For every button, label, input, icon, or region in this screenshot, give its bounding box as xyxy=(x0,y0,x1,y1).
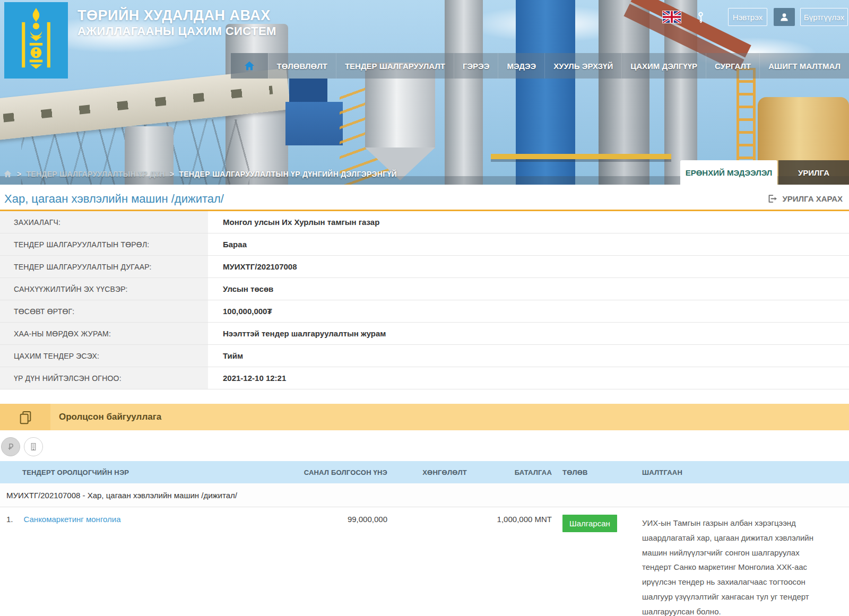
nav-item-training[interactable]: СУРГАЛТ xyxy=(706,53,759,79)
breadcrumb-item-results[interactable]: ТЕНДЕР ШАЛГАРУУЛАЛТЫН ҮР ДҮН xyxy=(26,170,164,178)
soyombo-icon xyxy=(16,8,56,73)
detail-row: САНХҮҮЖИЛТИЙН ЭХ ҮҮСВЭР: Улсын төсөв xyxy=(0,278,849,300)
view-invitation-label: УРИЛГА ХАРАХ xyxy=(782,194,843,203)
user-icon xyxy=(779,12,790,22)
col-header-reason: ШАЛТГААН xyxy=(631,461,849,483)
tab-invitation[interactable]: УРИЛГА xyxy=(778,160,849,185)
uk-flag-icon[interactable] xyxy=(662,11,681,23)
tender-group-row: МУИХТГ/202107008 - Хар, цагаан хэвлэлийн… xyxy=(0,483,849,507)
tab-general-info[interactable]: ЕРӨНХИЙ МЭДЭЭЛЭЛ xyxy=(680,160,777,185)
register-button[interactable]: Бүртгүүлэх xyxy=(800,8,848,26)
col-header-discount: ХӨНГӨЛӨЛТ xyxy=(387,461,467,483)
copy-pages-icon xyxy=(18,410,33,424)
row-number: 1. xyxy=(6,515,13,524)
bidder-cell: 1. Санкомаркетинг монголиа xyxy=(0,515,297,524)
detail-row: ЦАХИМ ТЕНДЕР ЭСЭХ: Тийм xyxy=(0,345,849,367)
breadcrumb-separator: > xyxy=(170,170,174,178)
detail-label: САНХҮҮЖИЛТИЙН ЭХ ҮҮСВЭР: xyxy=(0,278,208,300)
detail-value: Тийм xyxy=(208,345,849,367)
nav-item-tender-selection[interactable]: ТЕНДЕР ШАЛГАРУУЛАЛТ xyxy=(336,53,454,79)
detail-value: Нээлттэй тендер шалгаруулалтын журам xyxy=(208,323,849,344)
detail-row: ЗАХИАЛАГЧ: Монгол улсын Их Хурлын тамгын… xyxy=(0,211,849,233)
site-logo[interactable] xyxy=(4,2,68,79)
detail-label: ЦАХИМ ТЕНДЕР ЭСЭХ: xyxy=(0,345,208,367)
nav-item-contract[interactable]: ГЭРЭЭ xyxy=(454,53,498,79)
title-row: Хар, цагаан хэвлэлийн машин /дижитал/ УР… xyxy=(0,185,849,211)
detail-value: 2021-12-10 12:21 xyxy=(208,367,849,389)
col-header-bidder-name: ТЕНДЕРТ ОРОЛЦОГЧИЙН НЭР xyxy=(0,461,297,483)
table-row: 1. Санкомаркетинг монголиа 99,000,000 1,… xyxy=(0,507,849,616)
status-badge: Шалгарсан xyxy=(562,515,617,532)
detail-row: ТЕНДЕР ШАЛГАРУУЛАЛТЫН ДУГААР: МУИХТГ/202… xyxy=(0,256,849,278)
tender-details-table: ЗАХИАЛАГЧ: Монгол улсын Их Хурлын тамгын… xyxy=(0,211,849,389)
site-title-line2: АЖИЛЛАГААНЫ ЦАХИМ СИСТЕМ xyxy=(77,24,276,38)
main-content: Хар, цагаан хэвлэлийн машин /дижитал/ УР… xyxy=(0,185,849,616)
ruble-icon xyxy=(6,442,15,452)
login-button[interactable]: Нэвтрэх xyxy=(728,8,767,26)
hero-header: ТӨРИЙН ХУДАЛДАН АВАХ АЖИЛЛАГААНЫ ЦАХИМ С… xyxy=(0,0,849,185)
nav-item-home[interactable] xyxy=(231,53,268,79)
bidder-name-link[interactable]: Санкомаркетинг монголиа xyxy=(24,515,121,524)
site-title: ТӨРИЙН ХУДАЛДАН АВАХ АЖИЛЛАГААНЫ ЦАХИМ С… xyxy=(77,7,276,38)
key-icon[interactable] xyxy=(695,11,707,23)
col-header-status: ТӨЛӨВ xyxy=(552,461,631,483)
detail-label: ТЕНДЕР ШАЛГАРУУЛАЛТЫН ДУГААР: xyxy=(0,256,208,277)
detail-label: ҮР ДҮН НИЙТЭЛСЭН ОГНОО: xyxy=(0,367,208,389)
detail-label: ХАА-НЫ МӨРДӨХ ЖУРАМ: xyxy=(0,323,208,344)
nav-item-legal[interactable]: ХУУЛЬ ЭРХЗҮЙ xyxy=(544,53,621,79)
participants-toolbar xyxy=(1,437,849,456)
home-icon xyxy=(244,60,255,72)
detail-value: Бараа xyxy=(208,233,849,255)
detail-value: МУИХТГ/202107008 xyxy=(208,256,849,277)
building-icon xyxy=(29,442,38,452)
nav-item-minerals[interactable]: АШИГТ МАЛТМАЛ xyxy=(759,53,849,79)
guarantee-cell: 1,000,000 MNT xyxy=(467,515,552,524)
section-icon-cell xyxy=(0,404,50,430)
external-link-icon xyxy=(767,194,777,204)
organization-toggle-button[interactable] xyxy=(24,437,43,456)
price-toggle-button[interactable] xyxy=(1,437,20,456)
detail-value: Улсын төсөв xyxy=(208,278,849,300)
home-icon[interactable] xyxy=(3,169,12,178)
detail-label: ТЕНДЕР ШАЛГАРУУЛАЛТЫН ТӨРӨЛ: xyxy=(0,233,208,255)
detail-row: ТӨСӨВТ ӨРТӨГ: 100,000,000₮ xyxy=(0,300,849,323)
breadcrumb: > ТЕНДЕР ШАЛГАРУУЛАЛТЫН ҮР ДҮН > ТЕНДЕР … xyxy=(3,169,397,178)
detail-tabs: ЕРӨНХИЙ МЭДЭЭЛЭЛ УРИЛГА xyxy=(680,160,849,185)
account-button[interactable] xyxy=(774,8,795,26)
nav-item-news[interactable]: МЭДЭЭ xyxy=(498,53,544,79)
detail-row: ТЕНДЕР ШАЛГАРУУЛАЛТЫН ТӨРӨЛ: Бараа xyxy=(0,233,849,256)
page-title: Хар, цагаан хэвлэлийн машин /дижитал/ xyxy=(4,192,224,206)
nav-item-eshop[interactable]: ЦАХИМ ДЭЛГҮҮР xyxy=(621,53,706,79)
nav-item-planning[interactable]: ТӨЛӨВЛӨЛТ xyxy=(268,53,336,79)
main-nav: ТӨЛӨВЛӨЛТ ТЕНДЕР ШАЛГАРУУЛАЛТ ГЭРЭЭ МЭДЭ… xyxy=(231,53,849,79)
detail-label: ЗАХИАЛАГЧ: xyxy=(0,211,208,233)
col-header-guarantee: БАТАЛГАА xyxy=(467,461,552,483)
participants-table-header: ТЕНДЕРТ ОРОЛЦОГЧИЙН НЭР САНАЛ БОЛГОСОН Ү… xyxy=(0,461,849,483)
detail-row: ХАА-НЫ МӨРДӨХ ЖУРАМ: Нээлттэй тендер шал… xyxy=(0,323,849,345)
breadcrumb-item-result-details[interactable]: ТЕНДЕР ШАЛГАРУУЛАЛТЫН ҮР ДҮНГИЙН ДЭЛГЭРЭ… xyxy=(179,170,397,178)
detail-row: ҮР ДҮН НИЙТЭЛСЭН ОГНОО: 2021-12-10 12:21 xyxy=(0,367,849,389)
participants-section-title: Оролцсон байгууллага xyxy=(59,412,161,422)
reason-cell: УИХ-ын Тамгын газрын албан хэрэгцээнд ша… xyxy=(631,515,849,616)
status-cell: Шалгарсан xyxy=(552,515,631,532)
site-title-line1: ТӨРИЙН ХУДАЛДАН АВАХ xyxy=(77,7,276,24)
detail-value: 100,000,000₮ xyxy=(208,300,849,322)
topbar-controls: Нэвтрэх Бүртгүүлэх xyxy=(662,8,848,26)
offered-price-cell: 99,000,000 xyxy=(297,515,387,524)
participants-section-header: Оролцсон байгууллага xyxy=(0,404,849,430)
view-invitation-link[interactable]: УРИЛГА ХАРАХ xyxy=(767,194,843,204)
participants-table: ТЕНДЕРТ ОРОЛЦОГЧИЙН НЭР САНАЛ БОЛГОСОН Ү… xyxy=(0,461,849,616)
detail-value: Монгол улсын Их Хурлын тамгын газар xyxy=(208,211,849,233)
detail-label: ТӨСӨВТ ӨРТӨГ: xyxy=(0,300,208,322)
breadcrumb-separator: > xyxy=(17,170,21,178)
col-header-offered-price: САНАЛ БОЛГОСОН ҮНЭ xyxy=(297,461,387,483)
